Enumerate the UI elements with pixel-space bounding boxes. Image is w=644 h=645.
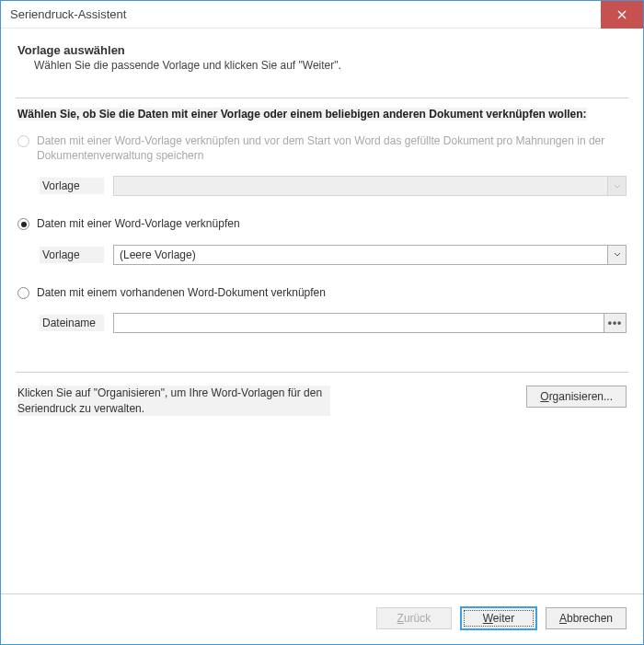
option-b-field-label: Vorlage — [40, 247, 104, 263]
option-word-template[interactable]: Daten mit einer Word-Vorlage verknüpfen — [17, 216, 627, 231]
back-button: Zurück — [376, 607, 452, 629]
page-subheading: Wählen Sie die passende Vorlage und klic… — [17, 59, 627, 72]
wizard-window: Seriendruck-Assistent Vorlage auswählen … — [0, 0, 644, 645]
radio-option-a — [17, 135, 29, 147]
option-b-template-combo[interactable]: (Leere Vorlage) — [113, 245, 627, 265]
option-c-filename-field[interactable]: ••• — [113, 313, 627, 333]
option-b-label: Daten mit einer Word-Vorlage verknüpfen — [37, 216, 240, 231]
option-existing-document[interactable]: Daten mit einem vorhandenen Word-Dokumen… — [17, 285, 627, 300]
option-a-label: Daten mit einer Word-Vorlage verknüpfen … — [37, 133, 627, 163]
option-save-per-mahnung: Daten mit einer Word-Vorlage verknüpfen … — [17, 133, 627, 163]
organize-button[interactable]: Organisieren... — [526, 386, 627, 408]
ellipsis-icon: ••• — [608, 317, 623, 329]
option-a-template-combo — [113, 176, 627, 196]
content-area: Vorlage auswählen Wählen Sie die passend… — [1, 29, 643, 593]
radio-option-b[interactable] — [17, 218, 29, 230]
close-button[interactable] — [601, 1, 643, 29]
radio-option-c[interactable] — [17, 287, 29, 299]
cancel-button[interactable]: Abbrechen — [546, 607, 627, 629]
option-c-filename-value — [114, 314, 604, 332]
organize-hint: Klicken Sie auf "Organisieren", um Ihre … — [17, 386, 330, 417]
page-heading: Vorlage auswählen — [17, 43, 627, 57]
option-a-field-label: Vorlage — [40, 178, 104, 194]
window-title: Seriendruck-Assistent — [10, 7, 126, 21]
next-button[interactable]: Weiter — [461, 607, 536, 629]
titlebar: Seriendruck-Assistent — [1, 1, 643, 29]
browse-button[interactable]: ••• — [604, 314, 626, 332]
footer: Zurück Weiter Abbrechen — [1, 593, 643, 644]
divider — [16, 98, 628, 98]
option-b-template-value: (Leere Vorlage) — [114, 248, 607, 261]
chevron-down-icon — [607, 177, 626, 195]
divider — [16, 372, 628, 373]
option-c-label: Daten mit einem vorhandenen Word-Dokumen… — [37, 285, 326, 300]
chevron-down-icon[interactable] — [607, 246, 626, 264]
group-prompt: Wählen Sie, ob Sie die Daten mit einer V… — [17, 108, 587, 121]
close-icon — [617, 10, 627, 19]
option-c-field-label: Dateiname — [40, 315, 104, 331]
